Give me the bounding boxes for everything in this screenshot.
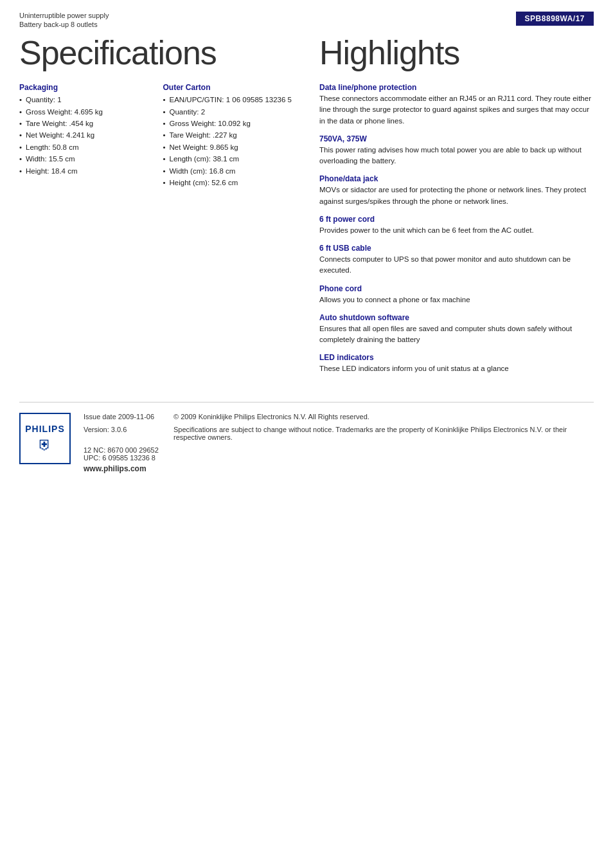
- product-subtitle: Battery back-up 8 outlets: [19, 21, 109, 28]
- highlight-item: 6 ft power cordProvides power to the uni…: [319, 215, 594, 236]
- shield-icon: ⛨: [38, 437, 52, 453]
- nc-value: 12 NC: 8670 000 29652: [84, 446, 594, 454]
- highlight-title: Phone/data jack: [319, 174, 594, 183]
- issue-date-label: Issue date 2009-11-06: [84, 413, 161, 420]
- highlights-container: Data line/phone protectionThese connecto…: [319, 83, 594, 375]
- highlight-item: Auto shutdown softwareEnsures that all o…: [319, 313, 594, 346]
- highlight-item: Phone cordAllows you to connect a phone …: [319, 284, 594, 305]
- footer-row-version: Version: 3.0.6 Specifications are subjec…: [84, 426, 594, 441]
- highlight-desc: This power rating advises how much total…: [319, 145, 594, 167]
- list-item: Quantity: 2: [163, 106, 294, 118]
- list-item: Height: 18.4 cm: [19, 165, 150, 177]
- highlight-desc: Connects computer to UPS so that power m…: [319, 254, 594, 276]
- highlight-item: Data line/phone protectionThese connecto…: [319, 83, 594, 127]
- highlights-column: Highlights Data line/phone protectionThe…: [306, 28, 594, 383]
- list-item: Gross Weight: 4.695 kg: [19, 106, 150, 118]
- list-item: Tare Weight: .454 kg: [19, 118, 150, 129]
- highlight-title: Auto shutdown software: [319, 313, 594, 322]
- highlight-title: 6 ft power cord: [319, 215, 594, 224]
- highlight-title: 6 ft USB cable: [319, 244, 594, 253]
- highlight-title: Phone cord: [319, 284, 594, 293]
- footer-copyright: © 2009 Koninklijke Philips Electronics N…: [173, 413, 594, 420]
- specs-cols: Packaging Quantity: 1Gross Weight: 4.695…: [19, 83, 294, 188]
- packaging-title: Packaging: [19, 83, 150, 92]
- list-item: Length: 50.8 cm: [19, 141, 150, 153]
- philips-logo: PHILIPS ⛨: [19, 413, 71, 464]
- product-info: Uninterruptible power supply Battery bac…: [19, 12, 109, 28]
- highlights-heading: Highlights: [319, 35, 594, 71]
- philips-brand-text: PHILIPS: [25, 424, 64, 434]
- highlight-desc: MOVs or sidactor are used for protecting…: [319, 185, 594, 207]
- top-bar: Uninterruptible power supply Battery bac…: [0, 0, 613, 28]
- upc-value: UPC: 6 09585 13236 8: [84, 454, 594, 462]
- list-item: Width: 15.5 cm: [19, 153, 150, 165]
- product-type: Uninterruptible power supply: [19, 12, 109, 19]
- list-item: Tare Weight: .227 kg: [163, 129, 294, 141]
- highlight-desc: Allows you to connect a phone or fax mac…: [319, 294, 594, 305]
- packaging-col: Packaging Quantity: 1Gross Weight: 4.695…: [19, 83, 150, 188]
- highlight-title: 750VA, 375W: [319, 134, 594, 143]
- highlight-item: 6 ft USB cableConnects computer to UPS s…: [319, 244, 594, 276]
- outer-carton-col: Outer Carton EAN/UPC/GTIN: 1 06 09585 13…: [163, 83, 294, 188]
- page: Uninterruptible power supply Battery bac…: [0, 0, 613, 868]
- highlight-item: 750VA, 375WThis power rating advises how…: [319, 134, 594, 167]
- list-item: Quantity: 1: [19, 94, 150, 105]
- list-item: Gross Weight: 10.092 kg: [163, 118, 294, 129]
- highlight-desc: Provides power to the unit which can be …: [319, 225, 594, 236]
- outer-carton-title: Outer Carton: [163, 83, 294, 92]
- packaging-list: Quantity: 1Gross Weight: 4.695 kgTare We…: [19, 94, 150, 177]
- footer-row-issue: Issue date 2009-11-06 © 2009 Koninklijke…: [84, 413, 594, 420]
- highlight-item: Phone/data jackMOVs or sidactor are used…: [319, 174, 594, 207]
- list-item: Length (cm): 38.1 cm: [163, 153, 294, 165]
- highlight-title: LED indicators: [319, 353, 594, 362]
- version-label: Version: 3.0.6: [84, 426, 161, 441]
- specs-column: Specifications Packaging Quantity: 1Gros…: [19, 28, 306, 383]
- list-item: Height (cm): 52.6 cm: [163, 177, 294, 188]
- philips-shield: ⛨: [38, 437, 52, 453]
- highlight-desc: Ensures that all open files are saved an…: [319, 323, 594, 346]
- highlight-item: LED indicatorsThese LED indicators infor…: [319, 353, 594, 374]
- list-item: Net Weight: 9.865 kg: [163, 141, 294, 153]
- footer-disclaimer: Specifications are subject to change wit…: [173, 426, 594, 441]
- website: www.philips.com: [84, 464, 594, 473]
- highlight-title: Data line/phone protection: [319, 83, 594, 92]
- highlight-desc: These connectors accommodate either an R…: [319, 93, 594, 127]
- model-badge: SPB8898WA/17: [516, 12, 594, 26]
- outer-carton-list: EAN/UPC/GTIN: 1 06 09585 13236 5Quantity…: [163, 94, 294, 188]
- main-content: Specifications Packaging Quantity: 1Gros…: [0, 28, 613, 383]
- list-item: EAN/UPC/GTIN: 1 06 09585 13236 5: [163, 94, 294, 105]
- footer-meta: Issue date 2009-11-06 © 2009 Koninklijke…: [84, 413, 594, 473]
- specs-heading: Specifications: [19, 35, 294, 71]
- list-item: Width (cm): 16.8 cm: [163, 165, 294, 177]
- highlight-desc: These LED indicators inform you of unit …: [319, 363, 594, 374]
- footer-nc-row: 12 NC: 8670 000 29652 UPC: 6 09585 13236…: [84, 446, 594, 473]
- footer: PHILIPS ⛨ Issue date 2009-11-06 © 2009 K…: [19, 402, 594, 473]
- list-item: Net Weight: 4.241 kg: [19, 129, 150, 141]
